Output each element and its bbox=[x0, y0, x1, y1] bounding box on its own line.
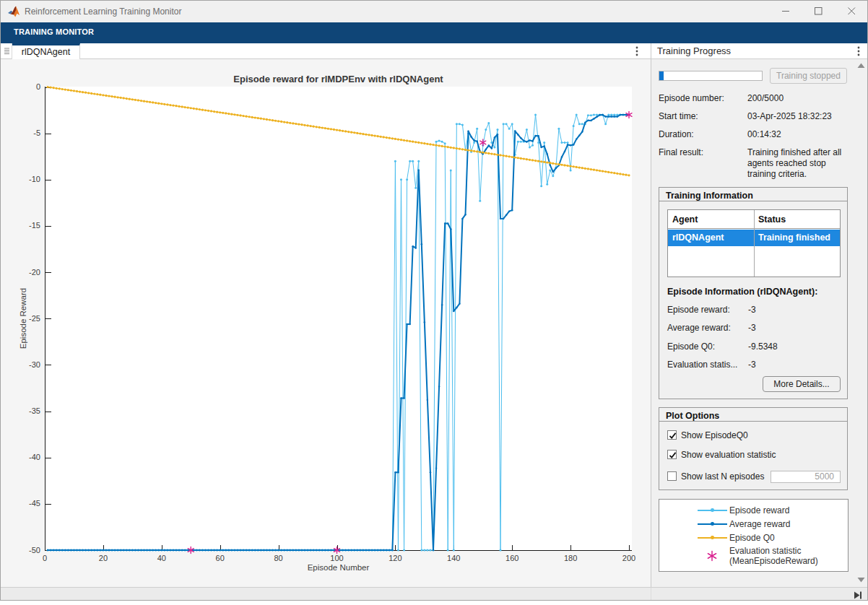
svg-text:-30: -30 bbox=[29, 360, 40, 369]
minimize-button[interactable] bbox=[770, 1, 802, 22]
training-stopped-button[interactable]: Training stopped bbox=[770, 68, 847, 84]
svg-text:200: 200 bbox=[622, 554, 635, 562]
section-title: Training Information bbox=[666, 191, 753, 201]
training-progress-bar bbox=[659, 71, 763, 81]
status-bar bbox=[1, 587, 868, 601]
legend-label-line1: Evaluation statistic bbox=[729, 546, 801, 556]
svg-text:0: 0 bbox=[36, 82, 40, 91]
svg-text:40: 40 bbox=[157, 554, 166, 562]
legend-marker-dot bbox=[711, 508, 714, 512]
document-tab-rldqnagent[interactable]: rlDQNAgent bbox=[12, 43, 80, 59]
training-chart[interactable]: 0204060801001201401601802000-5-10-15-20-… bbox=[1, 59, 651, 587]
svg-text:-35: -35 bbox=[29, 406, 40, 415]
svg-text:80: 80 bbox=[274, 554, 282, 562]
field-label: Final result: bbox=[659, 147, 703, 157]
app-window: Reinforcement Learning Training Monitor … bbox=[0, 0, 868, 601]
svg-text:60: 60 bbox=[216, 554, 225, 562]
legend-asterisk-icon bbox=[706, 550, 718, 562]
more-details-button[interactable]: More Details... bbox=[763, 376, 841, 392]
training-information-section: Training Information Agent Status rlDQNA… bbox=[659, 187, 848, 399]
field-value: -3 bbox=[748, 323, 756, 333]
legend-label-line2: (MeanEpisodeReward) bbox=[729, 556, 818, 566]
panel-header: Training Progress bbox=[651, 43, 868, 59]
svg-text:-40: -40 bbox=[29, 453, 40, 461]
show-episodeq0-checkbox[interactable] bbox=[667, 430, 677, 440]
grip-icon bbox=[4, 48, 9, 55]
svg-text:160: 160 bbox=[505, 554, 518, 562]
svg-text:-50: -50 bbox=[29, 546, 40, 554]
close-button[interactable] bbox=[836, 1, 868, 22]
field-label: Episode Q0: bbox=[667, 341, 715, 352]
cell-agent: rlDQNAgent bbox=[672, 232, 724, 243]
checkbox-label: Show last N episodes bbox=[681, 471, 764, 482]
legend-marker-dot bbox=[711, 536, 714, 539]
legend-marker-dot bbox=[711, 522, 714, 526]
chart-title: Episode reward for rlMDPEnv with rlDQNAg… bbox=[45, 74, 632, 84]
tab-actions-kebab-icon[interactable] bbox=[630, 45, 643, 58]
episode-information-title: Episode Information (rlDQNAgent): bbox=[667, 287, 817, 297]
column-header-status: Status bbox=[758, 214, 786, 225]
cell-status: Training finished bbox=[758, 232, 830, 243]
svg-text:120: 120 bbox=[389, 554, 402, 562]
field-value: Training finished after all agents reach… bbox=[747, 147, 849, 179]
checkbox-label: Show evaluation statistic bbox=[681, 450, 776, 460]
field-label: Average reward: bbox=[667, 323, 731, 333]
panel-title: Training Progress bbox=[657, 45, 731, 56]
toolstrip-tab-training-monitor[interactable]: TRAINING MONITOR bbox=[14, 27, 94, 36]
maximize-button[interactable] bbox=[802, 1, 835, 22]
last-n-episodes-input[interactable]: 5000 bbox=[771, 471, 841, 483]
svg-text:-10: -10 bbox=[29, 175, 40, 183]
svg-text:-20: -20 bbox=[29, 268, 40, 277]
window-title: Reinforcement Learning Training Monitor bbox=[25, 6, 181, 17]
table-column-divider bbox=[754, 210, 755, 277]
field-value: -9.5348 bbox=[748, 341, 778, 352]
svg-text:100: 100 bbox=[330, 554, 343, 562]
svg-text:140: 140 bbox=[447, 554, 460, 562]
document-tab-label: rlDQNAgent bbox=[12, 47, 79, 57]
title-bar: Reinforcement Learning Training Monitor bbox=[1, 1, 867, 22]
field-label: Episode number: bbox=[659, 93, 724, 103]
status-bar-divider bbox=[651, 588, 651, 601]
checkmark-icon bbox=[668, 431, 677, 440]
chart-y-axis-label: Episode Reward bbox=[19, 288, 27, 349]
field-value: 03-Apr-2025 18:32:23 bbox=[747, 111, 849, 122]
checkbox-label: Show EpisodeQ0 bbox=[681, 430, 748, 440]
column-header-agent: Agent bbox=[672, 214, 698, 225]
section-title: Plot Options bbox=[666, 411, 719, 421]
svg-text:-45: -45 bbox=[29, 499, 40, 508]
panel-actions-kebab-icon[interactable] bbox=[852, 45, 865, 58]
scroll-down-icon[interactable] bbox=[857, 577, 865, 583]
maximize-icon bbox=[815, 7, 823, 15]
field-label: Start time: bbox=[659, 111, 698, 121]
legend-label: Episode Q0 bbox=[729, 533, 775, 543]
chart-legend: Episode reward Average reward Episode Q0 bbox=[659, 499, 849, 572]
legend-label: Average reward bbox=[729, 519, 791, 529]
field-label: Duration: bbox=[659, 129, 694, 139]
show-evaluation-statistic-checkbox[interactable] bbox=[667, 450, 677, 459]
close-icon bbox=[848, 7, 856, 15]
chart-x-axis-label: Episode Number bbox=[45, 563, 632, 572]
scroll-up-icon[interactable] bbox=[857, 63, 865, 69]
field-value: 200/5000 bbox=[747, 93, 849, 104]
svg-text:180: 180 bbox=[564, 554, 577, 562]
toolstrip: TRAINING MONITOR bbox=[1, 22, 867, 43]
svg-text:-5: -5 bbox=[33, 129, 40, 137]
svg-text:0: 0 bbox=[43, 554, 47, 562]
field-value: -3 bbox=[748, 360, 756, 370]
legend-label: Episode reward bbox=[729, 505, 789, 515]
show-last-n-episodes-checkbox[interactable] bbox=[667, 471, 677, 481]
training-progress-panel: Training stopped Episode number: 200/500… bbox=[651, 59, 868, 587]
svg-text:-25: -25 bbox=[29, 314, 40, 323]
tab-grip[interactable] bbox=[1, 43, 12, 59]
progress-bar-fill bbox=[659, 71, 664, 80]
agent-status-table[interactable]: Agent Status rlDQNAgent Training finishe… bbox=[667, 209, 841, 277]
skip-to-end-icon[interactable] bbox=[854, 591, 862, 599]
plot-options-section: Plot Options Show EpisodeQ0 Show evaluat… bbox=[659, 407, 848, 490]
svg-text:20: 20 bbox=[99, 554, 108, 562]
document-tab-bar: rlDQNAgent bbox=[1, 43, 651, 59]
field-label: Episode reward: bbox=[667, 305, 730, 315]
field-value: -3 bbox=[748, 305, 756, 315]
field-label: Evaluation statis... bbox=[667, 360, 737, 370]
checkmark-icon bbox=[668, 451, 677, 460]
svg-text:-15: -15 bbox=[29, 221, 40, 230]
